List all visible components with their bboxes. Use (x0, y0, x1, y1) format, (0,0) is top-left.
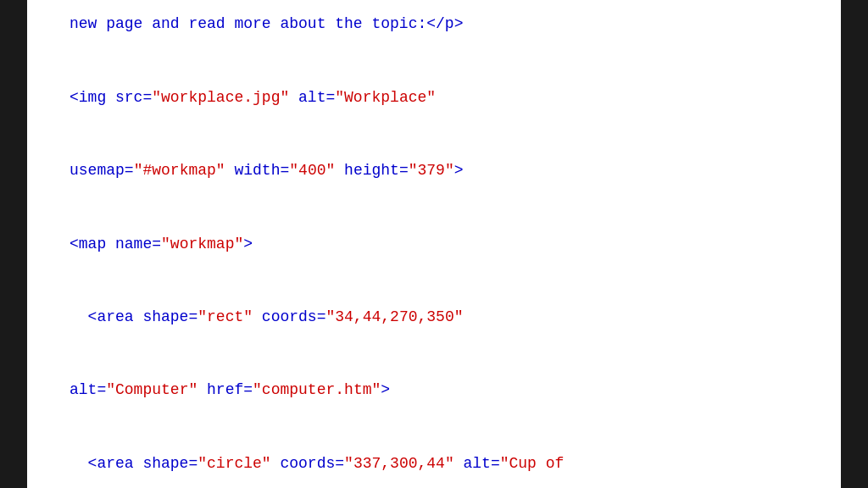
area-rect-line1: <area shape="rect" coords="34,44,270,350… (70, 308, 464, 325)
code-line-11: <area shape="circle" coords="337,300,44"… (70, 452, 798, 476)
code-line-5: new page and read more about the topic:<… (70, 12, 798, 36)
shape-rect-attr: "rect" (198, 308, 253, 325)
coords-rect-attr: "34,44,270,350" (326, 308, 463, 325)
href-computer-attr: "computer.htm" (253, 381, 381, 398)
img-tag-line2: usemap="#workmap" width="400" height="37… (70, 162, 464, 179)
usemap-attr: "#workmap" (134, 162, 225, 179)
code-line-8: <map name="workmap"> (70, 232, 798, 257)
screen: <html> <body> <h2>Image Maps</h2> <p>Cli… (0, 0, 868, 488)
code-line-6: <img src="workplace.jpg" alt="Workplace" (70, 86, 798, 110)
code-line-9: <area shape="rect" coords="34,44,270,350… (70, 305, 798, 330)
shape-circle-attr: "circle" (198, 455, 270, 472)
p-tag-line2: new page and read more about the topic:<… (70, 15, 463, 32)
img-tag-line1: <img src="workplace.jpg" alt="Workplace" (70, 89, 436, 106)
area-rect-line2: alt="Computer" href="computer.htm"> (70, 381, 390, 398)
alt-computer-attr: "Computer" (106, 381, 198, 398)
map-name-attr: "workmap" (161, 236, 243, 252)
src-attr: "workplace.jpg" (152, 89, 289, 106)
code-line-10: alt="Computer" href="computer.htm"> (70, 378, 798, 402)
alt-attr: "Workplace" (335, 89, 436, 106)
code-container: <html> <body> <h2>Image Maps</h2> <p>Cli… (27, 0, 841, 488)
width-attr: "400" (289, 162, 335, 179)
code-block: <html> <body> <h2>Image Maps</h2> <p>Cli… (70, 0, 798, 488)
height-attr: "379" (409, 162, 454, 179)
map-tag: <map name="workmap"> (70, 236, 253, 252)
code-line-7: usemap="#workmap" width="400" height="37… (70, 158, 798, 183)
alt-cup-attr: "Cup of (500, 455, 565, 472)
coords-circle-attr: "337,300,44" (344, 455, 454, 472)
area-circle-line1: <area shape="circle" coords="337,300,44"… (70, 455, 564, 472)
